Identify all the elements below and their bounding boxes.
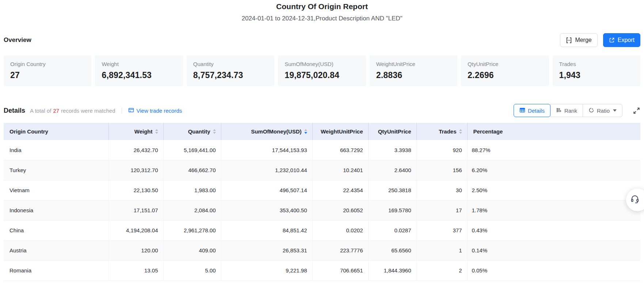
- matched-records-text: A total of27records were matched: [30, 108, 115, 114]
- cell-weight-unit-price: 22.4354: [312, 180, 368, 200]
- cell-quantity: 2,961,278.00: [163, 220, 221, 240]
- details-table: Origin Country Weight Quantity SumOfMone…: [0, 123, 644, 281]
- cell-weight-unit-price: 223.7776: [312, 240, 368, 260]
- view-trade-records-label: View trade records: [137, 108, 182, 114]
- cell-qty-unit-price: 0.0287: [368, 220, 416, 240]
- tab-details[interactable]: Details: [514, 104, 550, 117]
- column-label: Weight: [134, 128, 153, 135]
- cell-country: Romania: [4, 260, 108, 280]
- tab-rank-label: Rank: [564, 108, 577, 114]
- cell-trades: 2: [416, 260, 467, 280]
- cell-trades: 156: [416, 160, 467, 180]
- cell-weight-unit-price: 706.6651: [312, 260, 368, 280]
- cell-country: Vietnam: [4, 180, 108, 200]
- table-row-austria: Austria 120.00 409.00 26,853.31 223.7776…: [4, 240, 640, 260]
- cell-trades: 17: [416, 200, 467, 220]
- cell-percentage: 0.14%: [467, 240, 640, 260]
- fullscreen-expand-icon[interactable]: [633, 107, 640, 115]
- merge-cells-icon: [566, 37, 572, 43]
- cell-trades: 920: [416, 140, 467, 160]
- tab-rank[interactable]: Rank: [550, 104, 583, 117]
- cell-weight: 17,151.07: [108, 200, 163, 220]
- tab-ratio-label: Ratio: [597, 108, 610, 114]
- matched-prefix: A total of: [30, 108, 51, 114]
- stat-value: 6,892,341.53: [102, 70, 176, 80]
- column-header-qty-unit-price: QtyUnitPrice: [368, 123, 416, 140]
- matched-suffix: records were matched: [61, 108, 115, 114]
- cell-country: Indonesia: [4, 200, 108, 220]
- cell-sum-of-money: 84,851.42: [221, 220, 312, 240]
- cell-weight-unit-price: 10.2401: [312, 160, 368, 180]
- cell-quantity: 5,169,441.00: [163, 140, 221, 160]
- stat-label: Quantity: [193, 61, 268, 67]
- cell-quantity: 409.00: [163, 240, 221, 260]
- cell-quantity: 466,662.70: [163, 160, 221, 180]
- report-query-subtitle: 2024-01-01 to 2024-12-31,Product Descrip…: [0, 15, 644, 22]
- stat-card-weight-unit-price: WeightUnitPrice 2.8836: [370, 55, 457, 86]
- table-row-romania: Romania 13.05 5.00 9,221.98 706.6651 1,8…: [4, 260, 640, 280]
- cell-weight-unit-price: 0.0202: [312, 220, 368, 240]
- stat-label: SumOfMoney(USD): [285, 61, 359, 67]
- column-header-weight-unit-price: WeightUnitPrice: [312, 123, 368, 140]
- headset-icon: [630, 194, 644, 205]
- cell-sum-of-money: 353,400.50: [221, 200, 312, 220]
- stat-value: 19,875,020.84: [285, 70, 359, 80]
- column-header-weight[interactable]: Weight: [108, 123, 163, 140]
- page-title: Country Of Origin Report: [0, 0, 644, 11]
- rank-bars-icon: [556, 107, 562, 114]
- stat-value: 2.2696: [468, 70, 542, 80]
- cell-weight: 22,130.50: [108, 180, 163, 200]
- cell-weight: 26,432.70: [108, 140, 163, 160]
- cell-sum-of-money: 17,544,153.93: [221, 140, 312, 160]
- stat-card-sum-of-money: SumOfMoney(USD) 19,875,020.84: [278, 55, 366, 86]
- cell-percentage: 0.05%: [467, 260, 640, 280]
- cell-sum-of-money: 496,507.14: [221, 180, 312, 200]
- report-actions: Merge Export: [560, 33, 640, 47]
- cell-weight: 13.05: [108, 260, 163, 280]
- column-header-percentage: Percentage: [467, 123, 640, 140]
- stat-label: QtyUnitPrice: [468, 61, 542, 67]
- cell-qty-unit-price: 1,844.3960: [368, 260, 416, 280]
- chevron-down-icon: [613, 109, 617, 112]
- matched-count: 27: [53, 108, 59, 114]
- cell-weight-unit-price: 20.6052: [312, 200, 368, 220]
- tab-details-label: Details: [528, 108, 545, 114]
- ratio-pie-icon: [588, 107, 594, 114]
- cell-country: India: [4, 140, 108, 160]
- cell-sum-of-money: 1,232,010.44: [221, 160, 312, 180]
- cell-percentage: 88.27%: [467, 140, 640, 160]
- details-heading: Details: [4, 107, 25, 115]
- export-button[interactable]: Export: [603, 33, 640, 47]
- cell-percentage: 1.78%: [467, 200, 640, 220]
- column-header-quantity[interactable]: Quantity: [163, 123, 221, 140]
- cell-percentage: 6.20%: [467, 160, 640, 180]
- stat-card-quantity: Quantity 8,757,234.73: [187, 55, 274, 86]
- export-icon: [609, 37, 615, 43]
- overview-cards: Origin Country 27 Weight 6,892,341.53 Qu…: [0, 55, 644, 86]
- table-row-vietnam: Vietnam 22,130.50 1,983.00 496,507.14 22…: [4, 180, 640, 200]
- column-label: WeightUnitPrice: [321, 128, 363, 135]
- table-grid-icon: [519, 107, 525, 114]
- stat-value: 27: [10, 70, 85, 80]
- cell-qty-unit-price: 250.3818: [368, 180, 416, 200]
- column-label: Quantity: [188, 128, 210, 135]
- stat-label: Trades: [559, 61, 634, 67]
- cell-trades: 30: [416, 180, 467, 200]
- merge-button[interactable]: Merge: [560, 33, 597, 47]
- cell-percentage: 2.50%: [467, 180, 640, 200]
- cell-qty-unit-price: 3.3938: [368, 140, 416, 160]
- cell-country: China: [4, 220, 108, 240]
- cell-sum-of-money: 26,853.31: [221, 240, 312, 260]
- column-header-origin-country: Origin Country: [4, 123, 108, 140]
- view-trade-records-link[interactable]: View trade records: [128, 107, 182, 114]
- export-button-label: Export: [618, 37, 635, 43]
- table-row-indonesia: Indonesia 17,151.07 2,084.00 353,400.50 …: [4, 200, 640, 220]
- column-header-trades[interactable]: Trades: [416, 123, 467, 140]
- sort-carets-icon: [155, 129, 158, 134]
- cell-trades: 377: [416, 220, 467, 240]
- table-row-china: China 4,194,208.04 2,961,278.00 84,851.4…: [4, 220, 640, 240]
- tab-ratio[interactable]: Ratio: [583, 104, 622, 117]
- stat-card-weight: Weight 6,892,341.53: [95, 55, 183, 86]
- column-label: Origin Country: [9, 128, 48, 135]
- column-header-sum-of-money[interactable]: SumOfMoney(USD): [221, 123, 312, 140]
